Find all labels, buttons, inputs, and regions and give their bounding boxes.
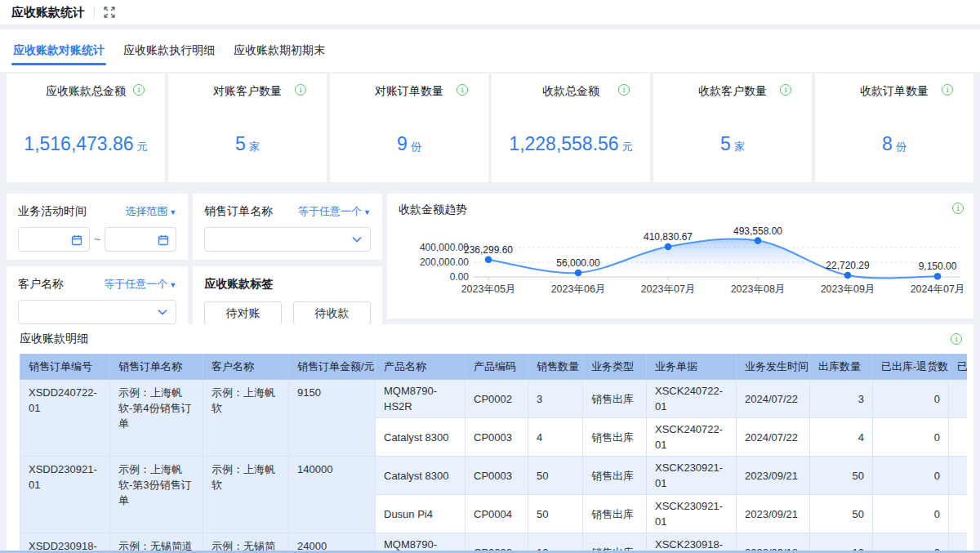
cell-product-name: MQM8790-HS2R [376, 380, 466, 418]
end-date-input[interactable] [105, 227, 176, 252]
cell-outbound-return-qty: 0 [873, 380, 949, 418]
stat-card-info-icon[interactable]: i [942, 84, 953, 96]
tag-button-1[interactable]: 待收款 [293, 301, 371, 325]
column-header-12: 已 [949, 355, 968, 380]
stat-card-info-icon[interactable]: i [295, 84, 306, 96]
chart-point-2[interactable] [665, 243, 672, 251]
stat-card-unit: 元 [137, 140, 148, 153]
cell-cut-column [949, 380, 968, 418]
chevron-down-icon [352, 236, 362, 243]
chart-point-5[interactable] [934, 273, 942, 280]
svg-text:2023年07月: 2023年07月 [641, 283, 696, 295]
order-name-filter-label: 销售订单名称 [204, 204, 273, 219]
title-divider [94, 7, 95, 18]
stat-card-0: 应收账款总金额i1,516,473.86元 [7, 74, 165, 182]
column-header-7: 业务类型 [583, 355, 647, 380]
detail-info-icon[interactable]: i [951, 333, 962, 345]
cell-business-doc: XSCK230921-01 [647, 457, 737, 495]
page-title: 应收账款统计 [11, 5, 85, 20]
chart-point-3[interactable] [755, 237, 762, 244]
cell-cut-column [949, 457, 968, 495]
customer-filter-label: 客户名称 [18, 277, 64, 292]
tab-0[interactable]: 应收账款对账统计 [11, 29, 106, 72]
cell-order-amount: 140000 [289, 457, 376, 533]
detail-table-wrapper: 销售订单编号销售订单名称客户名称销售订单金额/元产品名称产品编码销售数量业务类型… [20, 354, 967, 553]
customer-select[interactable] [18, 300, 176, 324]
time-range-mode-dropdown[interactable]: 选择范围▼ [125, 204, 176, 219]
column-header-6: 销售数量 [528, 355, 583, 380]
stat-card-info-icon[interactable]: i [780, 84, 791, 96]
cell-sales-qty: 4 [528, 418, 583, 457]
stat-card-unit: 家 [249, 140, 260, 153]
stat-card-info-icon[interactable]: i [133, 84, 145, 96]
tab-label: 应收账款执行明细 [123, 43, 215, 58]
detail-table-title: 应收账款明细 [20, 332, 88, 345]
svg-text:22,720.29: 22,720.29 [826, 260, 870, 271]
cell-order-name: 示例：上海帆软-第3份销售订单 [110, 457, 203, 533]
svg-text:493,558.00: 493,558.00 [733, 225, 782, 237]
order-name-select[interactable] [204, 227, 371, 252]
cell-product-name: Catalyst 8300 [376, 418, 466, 457]
tab-label: 应收账款对账统计 [13, 43, 105, 58]
cell-sales-qty: 50 [528, 495, 583, 533]
column-header-1: 销售订单名称 [110, 355, 203, 380]
stat-card-1: 对账客户数量i5家 [168, 74, 327, 182]
business-time-label: 业务活动时间 [18, 204, 87, 219]
calendar-icon [71, 234, 82, 246]
cell-cut-column [949, 495, 968, 533]
cell-sales-qty: 3 [528, 380, 583, 418]
svg-text:56,000.00: 56,000.00 [556, 257, 600, 269]
tab-1[interactable]: 应收账款执行明细 [122, 29, 216, 72]
cell-business-type: 销售出库 [583, 380, 647, 418]
filter-column-left: 业务活动时间 选择范围▼ ~ 客户名称 等于任意 [7, 194, 188, 319]
start-date-input[interactable] [18, 227, 90, 252]
date-range-separator: ~ [94, 233, 100, 246]
stat-card-label: 收款客户数量 [698, 84, 767, 99]
svg-text:236,299.60: 236,299.60 [464, 244, 513, 256]
tab-bar: 应收账款对账统计应收账款执行明细应收账款期初期末 [0, 29, 980, 72]
chevron-down-icon [158, 309, 167, 315]
svg-text:0.00: 0.00 [450, 271, 470, 283]
column-header-5: 产品编码 [466, 355, 528, 380]
payment-trend-chart-panel: 收款金额趋势 i 0.00200,000.00400,000.002023年05… [387, 194, 973, 319]
cell-outbound-qty: 3 [810, 380, 873, 418]
stat-cards-row: 应收账款总金额i1,516,473.86元对账客户数量i5家对账订单数量i9份收… [7, 74, 973, 182]
chart-info-icon[interactable]: i [952, 203, 964, 214]
stat-card-value: 8份 [815, 133, 973, 155]
stat-card-info-icon[interactable]: i [618, 84, 630, 96]
table-header-row: 销售订单编号销售订单名称客户名称销售订单金额/元产品名称产品编码销售数量业务类型… [20, 355, 968, 380]
stat-card-unit: 家 [734, 140, 745, 153]
cell-product-code: CP0003 [466, 457, 528, 495]
calendar-icon [158, 234, 169, 246]
fullscreen-expand-icon[interactable] [104, 7, 115, 18]
cell-outbound-qty: 50 [810, 457, 873, 495]
tag-button-0[interactable]: 待对账 [204, 301, 282, 325]
cell-order-name: 示例：上海帆软-第4份销售订单 [110, 380, 203, 457]
cell-customer-name: 示例：上海帆软 [203, 380, 289, 457]
order-name-match-mode-dropdown[interactable]: 等于任意一个▼ [298, 204, 371, 219]
cell-business-date: 2023/09/21 [737, 457, 810, 495]
chart-point-1[interactable] [575, 270, 582, 277]
svg-text:410,830.67: 410,830.67 [644, 231, 693, 243]
svg-text:400,000.00: 400,000.00 [420, 242, 469, 253]
cell-sales-qty: 50 [528, 457, 583, 495]
chart-point-0[interactable] [485, 256, 492, 263]
customer-match-mode-dropdown[interactable]: 等于任意一个▼ [104, 277, 176, 292]
cell-product-code: CP0002 [466, 380, 528, 418]
chart-point-4[interactable] [844, 272, 852, 279]
stat-card-label: 对账客户数量 [213, 84, 282, 99]
cell-outbound-qty: 50 [810, 495, 873, 533]
caret-down-icon: ▼ [363, 208, 371, 216]
cell-business-type: 销售出库 [583, 418, 647, 457]
stat-card-info-icon[interactable]: i [457, 84, 468, 96]
chart-title: 收款金额趋势 [399, 203, 467, 216]
filters-and-chart-row: 业务活动时间 选择范围▼ ~ 客户名称 等于任意 [7, 194, 973, 319]
column-header-0: 销售订单编号 [20, 355, 110, 380]
cell-business-date: 2024/07/22 [737, 380, 810, 418]
tab-2[interactable]: 应收账款期初期末 [232, 29, 327, 72]
filter-panel-order-name: 销售订单名称 等于任意一个▼ [193, 194, 382, 260]
column-header-3: 销售订单金额/元 [289, 355, 376, 380]
stat-card-label: 收款订单数量 [860, 84, 929, 99]
stat-card-value: 1,228,558.56元 [492, 133, 650, 155]
stat-card-unit: 元 [622, 140, 633, 153]
